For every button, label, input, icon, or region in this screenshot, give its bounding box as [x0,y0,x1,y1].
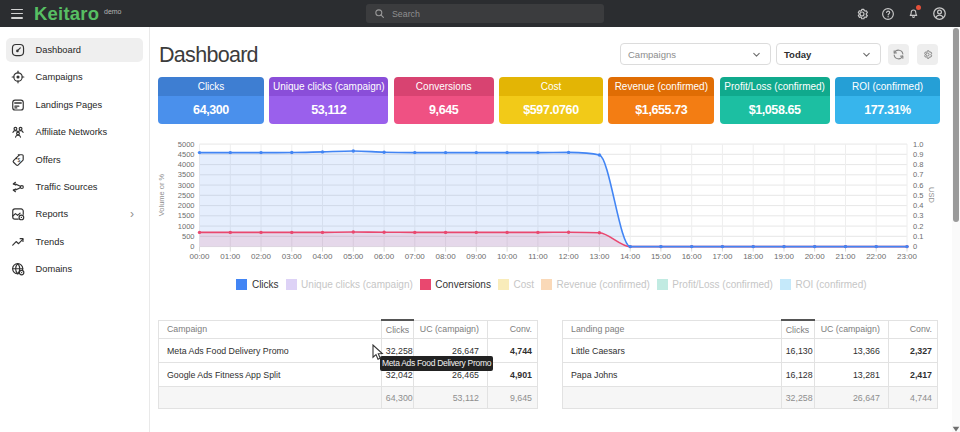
svg-text:04:00: 04:00 [312,252,333,261]
svg-text:2000: 2000 [178,201,195,210]
svg-text:16:00: 16:00 [682,252,703,261]
svg-text:13:00: 13:00 [589,252,610,261]
svg-text:06:00: 06:00 [374,252,395,261]
svg-text:0.4: 0.4 [913,201,923,210]
svg-text:0.1: 0.1 [913,232,923,241]
svg-text:00:00: 00:00 [189,252,210,261]
svg-text:0.3: 0.3 [913,211,923,220]
svg-text:0: 0 [913,242,917,251]
svg-text:Volume or %: Volume or % [157,173,166,216]
svg-text:08:00: 08:00 [436,252,457,261]
svg-text:14:00: 14:00 [620,252,641,261]
svg-text:17:00: 17:00 [712,252,733,261]
svg-text:21:00: 21:00 [835,252,856,261]
svg-text:5000: 5000 [178,140,195,149]
svg-text:$: $ [17,158,20,163]
svg-text:0.9: 0.9 [913,150,923,159]
svg-text:USD: USD [927,187,936,203]
svg-text:01:00: 01:00 [220,252,241,261]
svg-text:3500: 3500 [178,170,195,179]
svg-text:0.2: 0.2 [913,222,923,231]
svg-text:0.7: 0.7 [913,170,923,179]
svg-text:22:00: 22:00 [866,252,887,261]
svg-text:4000: 4000 [178,160,195,169]
svg-text:0.5: 0.5 [913,191,923,200]
svg-text:02:00: 02:00 [251,252,272,261]
svg-text:03:00: 03:00 [282,252,303,261]
svg-text:500: 500 [182,232,195,241]
svg-text:11:00: 11:00 [528,252,548,261]
svg-text:15:00: 15:00 [651,252,672,261]
svg-text:07:00: 07:00 [405,252,426,261]
svg-text:1500: 1500 [178,211,195,220]
svg-text:1000: 1000 [178,222,195,231]
svg-text:10:00: 10:00 [497,252,518,261]
svg-text:2500: 2500 [178,191,195,200]
svg-text:05:00: 05:00 [343,252,364,261]
svg-text:0: 0 [190,242,194,251]
svg-text:4500: 4500 [178,150,195,159]
svg-text:20:00: 20:00 [805,252,826,261]
svg-text:0.8: 0.8 [913,160,923,169]
svg-text:3000: 3000 [178,181,195,190]
svg-text:09:00: 09:00 [466,252,487,261]
svg-text:19:00: 19:00 [774,252,795,261]
svg-text:23:00: 23:00 [897,252,918,261]
svg-text:18:00: 18:00 [743,252,764,261]
svg-text:0.6: 0.6 [913,181,923,190]
svg-text:1.0: 1.0 [913,140,923,149]
svg-text:12:00: 12:00 [559,252,580,261]
